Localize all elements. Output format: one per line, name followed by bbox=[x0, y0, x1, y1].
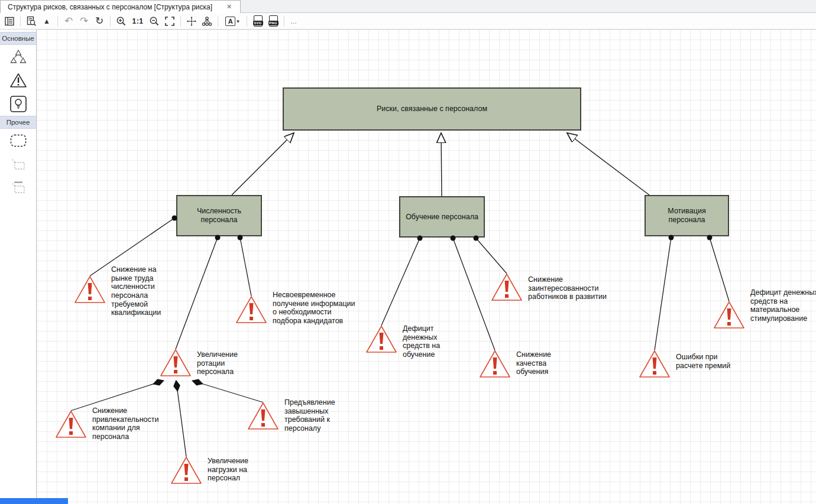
toolbar-separator bbox=[247, 16, 247, 27]
node-risk[interactable]: Снижение качества обучения bbox=[478, 349, 565, 379]
more-button[interactable]: ... bbox=[288, 14, 299, 28]
svg-badge: SVG bbox=[253, 21, 263, 25]
redo-button[interactable]: ↷ bbox=[77, 14, 91, 28]
scroll-indicator bbox=[0, 498, 68, 504]
redo-icon: ↷ bbox=[80, 16, 88, 26]
properties-button[interactable] bbox=[2, 14, 17, 28]
palette-section-basic[interactable]: Основные bbox=[0, 32, 36, 45]
refresh-button[interactable]: ↻ bbox=[92, 14, 106, 28]
dashed-group-icon bbox=[9, 133, 27, 148]
chevron-down-icon: ▾ bbox=[237, 18, 239, 24]
node-root[interactable]: Риски, связанные с персоналом bbox=[283, 87, 581, 131]
fit-screen-button[interactable] bbox=[163, 14, 177, 28]
more-label: ... bbox=[288, 17, 299, 25]
toolbar-separator bbox=[110, 16, 111, 27]
risk-warning-icon bbox=[478, 349, 511, 379]
pan-icon bbox=[186, 16, 197, 27]
node-root-label: Риски, связанные с персоналом bbox=[377, 105, 487, 113]
export-svg-button[interactable]: SVG bbox=[251, 14, 265, 28]
risk-label: Снижение привлекательности компании для … bbox=[92, 407, 172, 441]
find-object-icon bbox=[26, 16, 37, 27]
risk-label: Снижение заинтересованности работников в… bbox=[528, 275, 617, 301]
node-risk[interactable]: Снижение привлекательности компании для … bbox=[54, 409, 172, 441]
node-risk[interactable]: Ошибки при расчете премий bbox=[638, 349, 742, 379]
risk-warning-icon bbox=[365, 324, 398, 354]
risk-label: Снижение качества обучения bbox=[516, 350, 565, 376]
tab-close-icon[interactable]: ✕ bbox=[225, 3, 233, 11]
node-category-headcount[interactable]: Численность персонала bbox=[176, 195, 262, 236]
node-risk[interactable]: Несвоевременное получение информации о н… bbox=[235, 295, 355, 326]
risk-warning-icon bbox=[54, 409, 88, 439]
risk-warning-icon bbox=[638, 349, 671, 379]
diagram-tab[interactable]: Структура рисков, связанных с персоналом… bbox=[0, 0, 241, 13]
dashed-title-callout-icon bbox=[9, 180, 27, 196]
layout-tree-icon bbox=[202, 16, 212, 27]
node-risk[interactable]: Снижение на рынке труда численности перс… bbox=[73, 275, 173, 317]
export-png-button[interactable]: PNG bbox=[266, 14, 280, 28]
palette-section-other-label: Прочее bbox=[7, 119, 30, 126]
pan-mode-button[interactable] bbox=[184, 14, 199, 28]
palette-item-risk[interactable] bbox=[0, 69, 36, 92]
shape-palette: Основные Прочее bbox=[0, 30, 37, 504]
idea-bulb-icon bbox=[9, 95, 27, 113]
zoom-in-icon bbox=[116, 16, 127, 27]
zoom-100-label: 1:1 bbox=[132, 17, 144, 25]
node-category-label: Мотивация персонала bbox=[649, 207, 724, 225]
font-icon: A bbox=[225, 17, 235, 26]
node-risk[interactable]: Дефицит денежных средств на материальное… bbox=[713, 300, 816, 330]
refresh-icon: ↻ bbox=[95, 16, 103, 26]
palette-item-title-callout[interactable] bbox=[0, 176, 36, 200]
risk-label: Дефицит денежных средств на материальное… bbox=[750, 288, 816, 323]
risk-label: Дефицит денежных средств на обучение bbox=[403, 324, 459, 359]
node-risk[interactable]: Дефицит денежных средств на обучение bbox=[365, 324, 459, 359]
risk-warning-icon bbox=[490, 272, 523, 302]
properties-icon bbox=[4, 16, 15, 27]
node-category-motivation[interactable]: Мотивация персонала bbox=[645, 195, 729, 236]
collapse-button[interactable]: ▲ bbox=[40, 14, 54, 28]
node-risk[interactable]: Увеличение ротации персонала bbox=[159, 348, 253, 378]
toolbar-separator bbox=[57, 16, 58, 27]
svg-file-icon: SVG bbox=[254, 15, 263, 27]
node-risk[interactable]: Предъявление завышенных требований к пер… bbox=[247, 401, 351, 433]
palette-section-other[interactable]: Прочее bbox=[0, 116, 36, 129]
risk-label: Увеличение нагрузки на персонал bbox=[208, 457, 264, 483]
find-object-button[interactable] bbox=[24, 14, 38, 28]
zoom-in-button[interactable] bbox=[114, 14, 128, 28]
risk-warning-icon bbox=[73, 275, 106, 304]
risk-warning-icon bbox=[713, 300, 746, 330]
palette-item-indicator[interactable] bbox=[0, 92, 36, 116]
risk-warning-icon bbox=[247, 401, 280, 431]
risk-label: Ошибки при расчете премий bbox=[676, 353, 742, 370]
toolbar-separator bbox=[20, 16, 21, 27]
palette-section-basic-label: Основные bbox=[2, 35, 34, 42]
up-triangle-icon: ▲ bbox=[43, 18, 50, 25]
palette-item-group[interactable] bbox=[0, 129, 36, 152]
text-style-button[interactable]: A ▾ bbox=[222, 14, 243, 28]
dashed-callout-icon bbox=[9, 157, 27, 172]
auto-layout-button[interactable] bbox=[200, 14, 214, 28]
node-risk[interactable]: Увеличение нагрузки на персонал bbox=[170, 456, 264, 485]
node-category-training[interactable]: Обучение персонала bbox=[399, 196, 485, 238]
png-file-icon: PNG bbox=[269, 15, 278, 27]
tab-title: Структура рисков, связанных с персоналом… bbox=[8, 3, 212, 11]
node-category-label: Обучение персонала bbox=[406, 213, 478, 222]
palette-item-risk-structure[interactable] bbox=[0, 45, 36, 69]
risk-structure-icon bbox=[9, 48, 27, 65]
node-risk[interactable]: Снижение заинтересованности работников в… bbox=[490, 272, 617, 302]
risk-label: Снижение на рынке труда численности перс… bbox=[111, 265, 173, 317]
risk-warning-icon bbox=[159, 348, 192, 378]
zoom-100-button[interactable]: 1:1 bbox=[129, 14, 146, 28]
fit-screen-icon bbox=[164, 16, 175, 27]
zoom-out-icon bbox=[149, 16, 160, 27]
tab-bar: Структура рисков, связанных с персоналом… bbox=[0, 0, 816, 13]
diagram-canvas[interactable]: Риски, связанные с персоналом Численност… bbox=[37, 30, 816, 504]
palette-item-callout[interactable] bbox=[0, 152, 36, 176]
zoom-out-button[interactable] bbox=[147, 14, 161, 28]
toolbar-separator bbox=[218, 16, 218, 27]
undo-button[interactable]: ↶ bbox=[61, 14, 76, 28]
risk-label: Увеличение ротации персонала bbox=[197, 350, 253, 376]
undo-icon: ↶ bbox=[64, 16, 73, 26]
toolbar-separator bbox=[284, 16, 284, 27]
risk-warning-icon bbox=[235, 295, 268, 324]
risk-warning-icon bbox=[170, 456, 203, 485]
